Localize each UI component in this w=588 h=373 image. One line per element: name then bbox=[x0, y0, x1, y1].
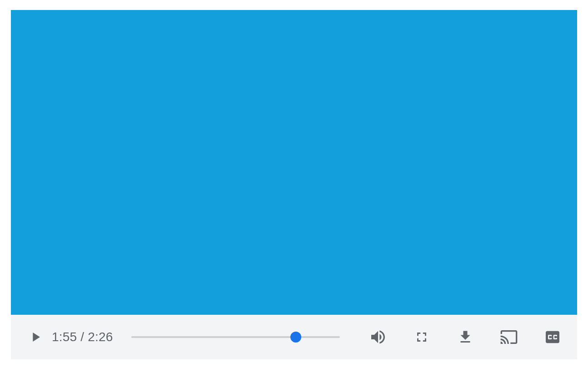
cast-button[interactable] bbox=[498, 326, 520, 348]
time-separator: / bbox=[77, 330, 88, 344]
download-button[interactable] bbox=[454, 326, 476, 348]
captions-button[interactable] bbox=[542, 326, 563, 348]
seek-slider[interactable] bbox=[131, 328, 340, 346]
duration: 2:26 bbox=[88, 330, 113, 344]
cast-icon bbox=[500, 328, 518, 346]
video-content-area[interactable] bbox=[11, 10, 577, 315]
download-icon bbox=[457, 329, 473, 345]
seek-thumb[interactable] bbox=[290, 332, 301, 343]
seek-fill bbox=[131, 336, 296, 338]
play-icon bbox=[28, 329, 43, 345]
player-controls-bar: 1:55 / 2:26 bbox=[11, 315, 577, 359]
captions-icon bbox=[543, 328, 562, 346]
current-time: 1:55 bbox=[52, 330, 77, 344]
right-controls bbox=[367, 326, 563, 348]
time-display: 1:55 / 2:26 bbox=[52, 330, 113, 344]
volume-button[interactable] bbox=[367, 326, 389, 348]
play-button[interactable] bbox=[25, 326, 46, 348]
video-player: 1:55 / 2:26 bbox=[11, 10, 577, 359]
fullscreen-button[interactable] bbox=[411, 326, 433, 348]
fullscreen-icon bbox=[414, 329, 429, 345]
volume-icon bbox=[369, 328, 387, 346]
